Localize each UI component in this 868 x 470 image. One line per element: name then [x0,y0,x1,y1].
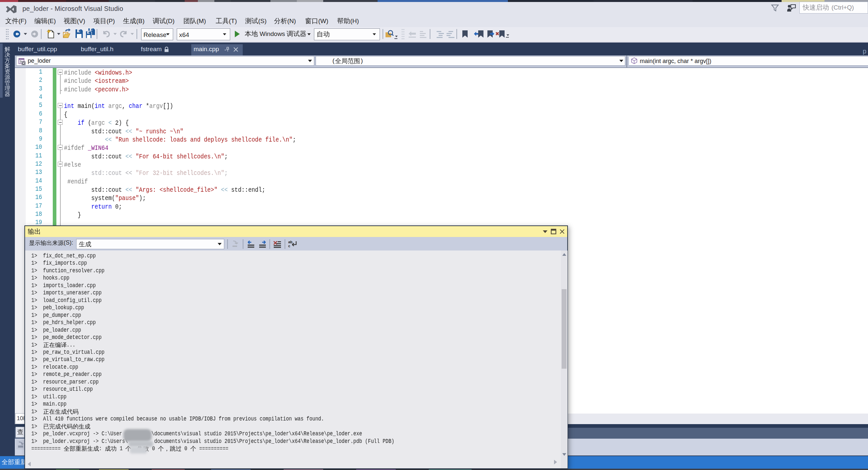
svg-text:ab: ab [288,240,292,244]
svg-text:c: c [288,244,290,248]
